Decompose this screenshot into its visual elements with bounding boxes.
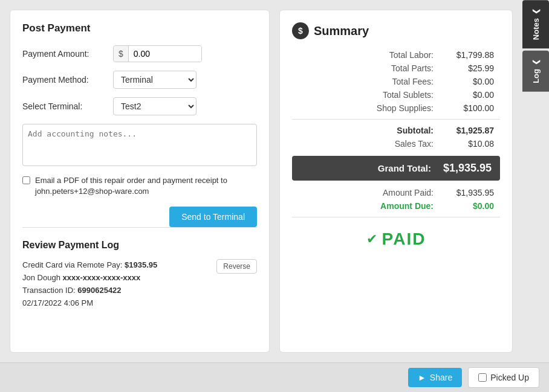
total-labor-row: Total Labor: $1,799.88: [292, 50, 500, 60]
subtotal-label: Subtotal:: [367, 126, 434, 135]
share-button[interactable]: ► Share: [408, 368, 462, 387]
paid-section: ✔ PAID: [292, 217, 500, 255]
payment-amount-input[interactable]: [129, 46, 201, 62]
total-sublets-value: $0.00: [446, 90, 494, 100]
shop-supplies-label: Shop Supplies:: [367, 103, 434, 113]
log-line2-card: xxxx-xxxx-xxxx-xxxx: [63, 273, 141, 282]
log-line3-prefix: Transaction ID:: [22, 286, 77, 295]
amount-wrapper: $: [113, 45, 202, 62]
select-terminal-row: Select Terminal: Test2 Test1: [22, 97, 257, 115]
total-labor-label: Total Labor:: [367, 50, 434, 60]
total-fees-label: Total Fees:: [367, 77, 434, 86]
share-icon: ►: [418, 373, 426, 382]
payment-log-title: Review Payment Log: [22, 240, 257, 251]
picked-up-button[interactable]: Picked Up: [468, 367, 539, 388]
total-labor-value: $1,799.88: [446, 50, 494, 60]
share-button-label: Share: [430, 373, 452, 382]
send-to-terminal-button[interactable]: Send to Terminal: [169, 207, 257, 227]
email-pdf-checkbox[interactable]: [22, 176, 30, 184]
paid-checkmark-icon: ✔: [366, 231, 377, 247]
picked-up-checkbox[interactable]: [478, 373, 487, 382]
notes-tab-label: Notes: [531, 18, 541, 40]
accounting-notes-input[interactable]: [22, 124, 257, 166]
total-sublets-row: Total Sublets: $0.00: [292, 90, 500, 100]
post-payment-panel: Post Payment Payment Amount: $ Payment M…: [10, 10, 270, 353]
amount-due-label: Amount Due:: [367, 201, 434, 211]
subtotal-value: $1,925.87: [446, 126, 494, 135]
sales-tax-label: Sales Tax:: [367, 139, 434, 149]
payment-amount-label: Payment Amount:: [22, 49, 113, 59]
sales-tax-row: Sales Tax: $10.08: [292, 139, 500, 149]
bottom-bar: ► Share Picked Up: [0, 362, 549, 392]
log-line-2: Jon Dough xxxx-xxxx-xxxx-xxxx: [22, 272, 257, 284]
shop-supplies-value: $100.00: [446, 103, 494, 113]
log-line1-amount: $1935.95: [125, 260, 157, 269]
notes-tab-arrow: ❮: [531, 8, 540, 14]
total-parts-label: Total Parts:: [367, 63, 434, 73]
log-line1-prefix: Credit Card via Remote Pay:: [22, 260, 125, 269]
subtotal-row: Subtotal: $1,925.87: [292, 126, 500, 135]
shop-supplies-row: Shop Supplies: $100.00: [292, 103, 500, 113]
log-line3-id: 6990625422: [77, 286, 121, 295]
right-sidebar: Notes ❮ Log ❮: [518, 0, 549, 362]
sales-tax-value: $10.08: [446, 139, 494, 149]
summary-header: $ Summary: [292, 22, 500, 39]
summary-panel: $ Summary Total Labor: $1,799.88 Total P…: [279, 10, 513, 353]
summary-title: Summary: [314, 24, 369, 38]
payment-amount-row: Payment Amount: $: [22, 45, 257, 62]
currency-symbol: $: [114, 46, 129, 62]
amount-paid-label: Amount Paid:: [367, 188, 434, 198]
total-fees-row: Total Fees: $0.00: [292, 77, 500, 86]
log-tab-arrow: ❮: [531, 59, 540, 65]
payment-method-select[interactable]: Terminal Cash Check Other: [113, 71, 197, 89]
grand-total-bar: Grand Total: $1,935.95: [292, 156, 500, 181]
log-entry: Reverse Credit Card via Remote Pay: $193…: [22, 259, 257, 309]
log-line2-prefix: Jon Dough: [22, 273, 63, 282]
email-row: Email a PDF of this repair order and pay…: [22, 175, 257, 197]
amount-due-row: Amount Due: $0.00: [292, 201, 500, 211]
amount-paid-row: Amount Paid: $1,935.95: [292, 188, 500, 198]
payment-method-row: Payment Method: Terminal Cash Check Othe…: [22, 71, 257, 89]
post-payment-title: Post Payment: [22, 22, 257, 34]
grand-total-label: Grand Total:: [378, 163, 431, 173]
total-parts-row: Total Parts: $25.99: [292, 63, 500, 73]
log-tab[interactable]: Log ❮: [522, 51, 549, 92]
amount-due-value: $0.00: [446, 201, 494, 211]
total-fees-value: $0.00: [446, 77, 494, 86]
email-pdf-label: Email a PDF of this repair order and pay…: [35, 175, 257, 197]
panel-divider: [22, 227, 257, 228]
payment-method-label: Payment Method:: [22, 75, 113, 85]
log-line-3: Transaction ID: 6990625422: [22, 284, 257, 297]
notes-tab[interactable]: Notes ❮: [522, 0, 549, 48]
paid-text: PAID: [382, 230, 426, 249]
grand-total-value: $1,935.95: [443, 162, 492, 175]
summary-icon: $: [292, 22, 309, 39]
amount-paid-value: $1,935.95: [446, 188, 494, 198]
summary-divider-1: [292, 119, 500, 120]
terminal-select[interactable]: Test2 Test1: [113, 97, 197, 115]
log-line-4: 02/17/2022 4:06 PM: [22, 297, 257, 310]
select-terminal-label: Select Terminal:: [22, 101, 113, 111]
log-tab-label: Log: [531, 69, 541, 83]
total-sublets-label: Total Sublets:: [367, 90, 434, 100]
reverse-button[interactable]: Reverse: [216, 259, 257, 274]
total-parts-value: $25.99: [446, 63, 494, 73]
picked-up-label: Picked Up: [490, 373, 529, 382]
